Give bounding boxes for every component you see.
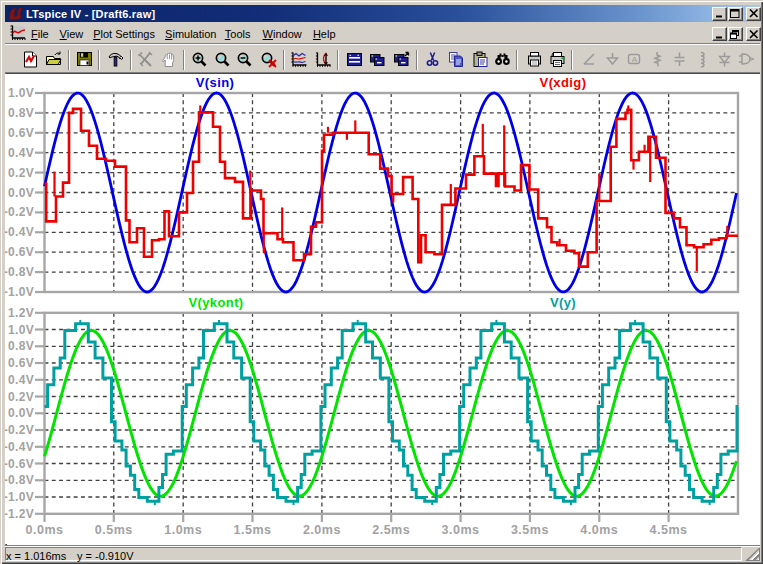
svg-text:-0.8V: -0.8V (5, 473, 34, 487)
svg-text:1.0V: 1.0V (8, 86, 34, 100)
svg-text:V(ykont): V(ykont) (188, 295, 243, 310)
svg-text:V(y): V(y) (550, 295, 576, 310)
svg-text:-0.4V: -0.4V (5, 440, 34, 454)
svg-text:1.5ms: 1.5ms (234, 523, 272, 537)
svg-text:0.6V: 0.6V (8, 126, 34, 140)
svg-text:0.4V: 0.4V (8, 373, 34, 387)
svg-text:0.0V: 0.0V (8, 186, 34, 200)
svg-text:0.6V: 0.6V (8, 356, 34, 370)
svg-text:0.0ms: 0.0ms (26, 523, 64, 537)
svg-text:-0.2V: -0.2V (5, 205, 34, 219)
svg-text:-0.2V: -0.2V (5, 423, 34, 437)
svg-text:0.8V: 0.8V (8, 339, 34, 353)
svg-text:2.5ms: 2.5ms (372, 523, 410, 537)
svg-text:-1.0V: -1.0V (5, 490, 34, 504)
svg-text:0.2V: 0.2V (8, 390, 34, 404)
svg-text:1.0V: 1.0V (8, 323, 34, 337)
svg-text:0.8V: 0.8V (8, 106, 34, 120)
svg-text:0.0V: 0.0V (8, 406, 34, 420)
svg-text:-0.8V: -0.8V (5, 265, 34, 279)
svg-text:V(xdig): V(xdig) (540, 75, 587, 90)
svg-text:0.4V: 0.4V (8, 146, 34, 160)
svg-text:3.5ms: 3.5ms (511, 523, 549, 537)
svg-text:4.5ms: 4.5ms (650, 523, 688, 537)
svg-text:1.2V: 1.2V (8, 306, 34, 320)
svg-text:0.2V: 0.2V (8, 166, 34, 180)
svg-text:-1.2V: -1.2V (5, 507, 34, 521)
svg-text:0.5ms: 0.5ms (95, 523, 133, 537)
svg-text:-1.0V: -1.0V (5, 285, 34, 299)
svg-text:-0.6V: -0.6V (5, 457, 34, 471)
svg-text:A: A (631, 55, 637, 64)
svg-text:2.0ms: 2.0ms (303, 523, 341, 537)
svg-text:V(sin): V(sin) (196, 75, 235, 90)
svg-text:3.0ms: 3.0ms (442, 523, 480, 537)
svg-text:-0.6V: -0.6V (5, 245, 34, 259)
svg-text:4.0ms: 4.0ms (580, 523, 618, 537)
svg-text:1.0ms: 1.0ms (164, 523, 202, 537)
svg-text:-0.4V: -0.4V (5, 225, 34, 239)
